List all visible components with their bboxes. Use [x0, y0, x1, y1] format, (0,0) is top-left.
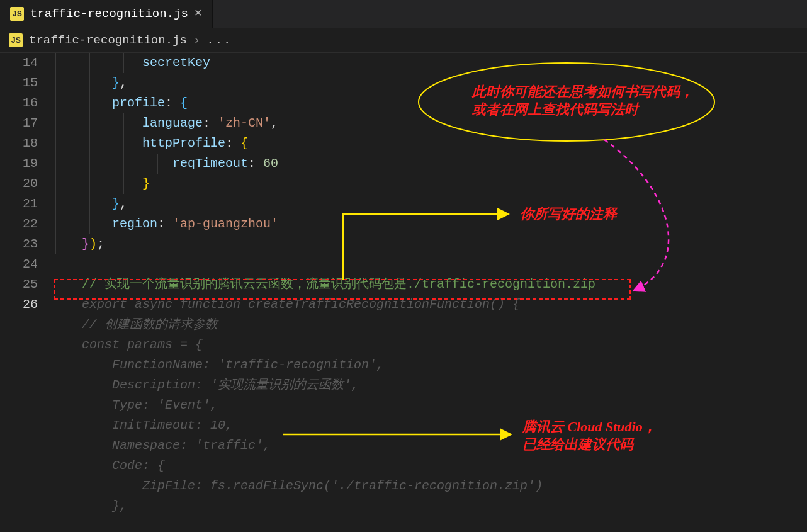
- token-comment: // 实现一个流量识别的腾讯云云函数，流量识别代码包是./traffic-rec…: [82, 277, 595, 291]
- ghost-suggestion-line: ZipFile: fs.readFileSync('./traffic-reco…: [52, 476, 807, 496]
- token-punc: :: [203, 116, 210, 130]
- ghost-suggestion-line: InitTimeout: 10,: [52, 416, 807, 436]
- token-punc: ,: [120, 76, 127, 90]
- token-punc: :: [248, 156, 256, 171]
- code-line[interactable]: httpProfile: {: [52, 133, 807, 154]
- code-line[interactable]: profile: {: [52, 93, 807, 113]
- token-brace: {: [180, 96, 188, 110]
- line-number: 16: [0, 93, 38, 113]
- token-punc: :: [225, 136, 233, 150]
- token-brace: }: [142, 176, 150, 191]
- code-line[interactable]: }: [52, 174, 807, 194]
- token-string: 'ap-guangzhou': [172, 217, 278, 231]
- token-punc: ,: [271, 116, 278, 130]
- code-line[interactable]: secretKey: [52, 53, 807, 73]
- code-line[interactable]: reqTimeout: 60: [52, 154, 807, 174]
- code-line[interactable]: // 实现一个流量识别的腾讯云云函数，流量识别代码包是./traffic-rec…: [52, 274, 807, 295]
- ghost-suggestion-line: Description: '实现流量识别的云函数',: [52, 375, 807, 395]
- token-punc: :: [157, 217, 165, 231]
- line-number: 17: [0, 113, 38, 133]
- ghost-suggestion-line: Type: 'Event',: [52, 395, 807, 416]
- tab-filename: traffic-recognition.js: [30, 7, 188, 21]
- token-paren: ): [89, 237, 97, 251]
- breadcrumb-filename: traffic-recognition.js: [29, 33, 187, 47]
- code-line[interactable]: });: [52, 234, 807, 254]
- token-identifier: reqTimeout: [172, 156, 248, 171]
- breadcrumb-more[interactable]: ...: [206, 33, 232, 47]
- code-content[interactable]: secretKey }, profile: { language: 'zh-CN…: [52, 53, 807, 516]
- token-punc: :: [165, 96, 172, 110]
- token-identifier: language: [142, 116, 203, 130]
- code-line[interactable]: },: [52, 73, 807, 93]
- code-editor: JS traffic-recognition.js × JS traffic-r…: [0, 0, 807, 532]
- code-line[interactable]: export async function createTrafficRecog…: [52, 295, 807, 315]
- line-number: 19: [0, 154, 38, 174]
- line-number: 14: [0, 53, 38, 73]
- line-number: 24: [0, 254, 38, 274]
- breadcrumb[interactable]: JS traffic-recognition.js › ...: [0, 28, 807, 53]
- line-number: 25: [0, 274, 38, 295]
- ghost-suggestion: export async function createTrafficRecog…: [82, 297, 520, 312]
- tab-bar: JS traffic-recognition.js ×: [0, 0, 807, 28]
- code-line[interactable]: },: [52, 194, 807, 214]
- token-identifier: region: [112, 217, 157, 231]
- tab-traffic-recognition[interactable]: JS traffic-recognition.js ×: [0, 0, 213, 28]
- code-line[interactable]: region: 'ap-guangzhou': [52, 214, 807, 234]
- line-number: 18: [0, 133, 38, 154]
- ghost-suggestion-line: const params = {: [52, 335, 807, 355]
- line-number: 20: [0, 174, 38, 194]
- token-identifier: httpProfile: [142, 136, 225, 150]
- token-brace: }: [112, 196, 120, 211]
- token-identifier: secretKey: [142, 55, 210, 70]
- token-string: 'zh-CN': [218, 116, 271, 130]
- ghost-suggestion-line: Namespace: 'traffic',: [52, 436, 807, 456]
- chevron-right-icon: ›: [193, 33, 200, 47]
- js-file-icon: JS: [10, 7, 24, 21]
- ghost-suggestion-line: },: [52, 496, 807, 516]
- close-icon[interactable]: ×: [195, 8, 202, 20]
- line-number: 21: [0, 194, 38, 214]
- ghost-suggestion-line: // 创建函数的请求参数: [52, 315, 807, 335]
- token-identifier: profile: [112, 96, 165, 110]
- js-file-icon: JS: [9, 33, 23, 47]
- line-number: 15: [0, 73, 38, 93]
- token-brace: }: [82, 237, 89, 251]
- ghost-suggestion-line: FunctionName: 'traffic-recognition',: [52, 355, 807, 375]
- token-punc: ;: [97, 237, 104, 251]
- line-number: 22: [0, 214, 38, 234]
- token-punc: ,: [120, 196, 127, 211]
- code-line[interactable]: language: 'zh-CN',: [52, 113, 807, 133]
- token-brace: }: [112, 76, 120, 90]
- code-line[interactable]: [52, 254, 807, 274]
- line-number: 26: [0, 295, 38, 315]
- token-number: 60: [263, 156, 278, 171]
- token-brace: {: [240, 136, 248, 150]
- ghost-suggestion-line: Code: {: [52, 456, 807, 476]
- code-area[interactable]: 14 15 16 17 18 19 20 21 22 23 24 25 26 s…: [0, 53, 807, 516]
- line-number: 23: [0, 234, 38, 254]
- line-number-gutter: 14 15 16 17 18 19 20 21 22 23 24 25 26: [0, 53, 52, 516]
